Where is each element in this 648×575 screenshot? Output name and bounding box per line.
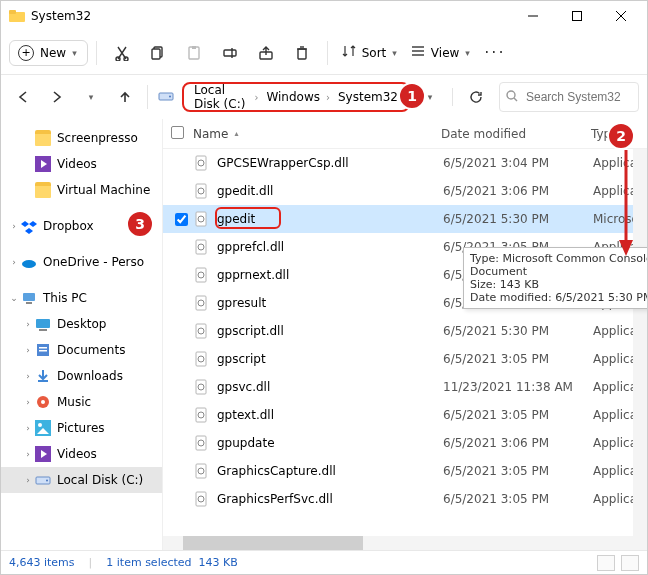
column-date[interactable]: Date modified [441,127,591,141]
tree-item[interactable]: ›Documents [1,337,162,363]
chevron-right-icon[interactable]: › [7,257,21,267]
chevron-down-icon: ▾ [392,48,397,58]
new-button[interactable]: + New ▾ [9,40,88,66]
breadcrumb-drive-icon [158,88,174,107]
new-label: New [40,46,66,60]
paste-button[interactable] [177,36,211,70]
minimize-button[interactable] [511,1,555,31]
file-date: 6/5/2021 3:05 PM [443,352,593,366]
breadcrumb[interactable]: Local Disk (C:)› Windows› System32 [182,82,410,112]
svg-point-30 [22,260,36,268]
thumbnails-view-button[interactable] [621,555,639,571]
file-row[interactable]: gpscript6/5/2021 3:05 PMApplica [163,345,647,373]
file-row[interactable]: gpscript.dll6/5/2021 5:30 PMApplica [163,317,647,345]
rename-button[interactable] [213,36,247,70]
file-icon [193,407,209,423]
delete-button[interactable] [285,36,319,70]
file-name: GraphicsPerfSvc.dll [217,492,443,506]
search-box[interactable] [499,82,639,112]
tree-item[interactable]: Screenpresso [1,125,162,151]
tree-item[interactable]: ›Downloads [1,363,162,389]
cut-button[interactable] [105,36,139,70]
close-button[interactable] [599,1,643,31]
tree-item-onedrive[interactable]: ›OneDrive - Perso [1,249,162,275]
file-row[interactable]: GPCSEWrapperCsp.dll6/5/2021 3:04 PMAppli… [163,149,647,177]
window-title: System32 [31,9,91,23]
tree-item[interactable]: ›Pictures [1,415,162,441]
tree-item[interactable]: Virtual Machine [1,177,162,203]
sort-icon [342,44,356,61]
view-button[interactable]: View ▾ [405,40,476,65]
file-date: 6/5/2021 3:05 PM [443,408,593,422]
svg-point-22 [169,95,171,97]
sort-label: Sort [362,46,387,60]
recent-locations-button[interactable]: ▾ [77,83,105,111]
file-row[interactable]: gpupdate6/5/2021 3:06 PMApplica [163,429,647,457]
tree-item[interactable]: Videos [1,151,162,177]
copy-button[interactable] [141,36,175,70]
svg-rect-34 [39,329,47,331]
horizontal-scrollbar[interactable] [163,536,647,550]
file-name: GraphicsCapture.dll [217,464,443,478]
svg-rect-32 [26,302,32,304]
chevron-down-icon[interactable]: ⌄ [7,293,21,303]
svg-rect-1 [9,10,16,14]
file-date: 11/23/2021 11:38 AM [443,380,593,394]
back-button[interactable] [9,83,37,111]
file-row[interactable]: GraphicsPerfSvc.dll6/5/2021 3:05 PMAppli… [163,485,647,513]
annotation-badge-3: 3 [126,210,154,238]
file-icon [193,491,209,507]
file-row[interactable]: gptext.dll6/5/2021 3:05 PMApplica [163,401,647,429]
tree-item[interactable]: ›Music [1,389,162,415]
file-name: gpedit [217,212,443,226]
row-checkbox[interactable] [175,213,188,226]
breadcrumb-item[interactable]: Windows› [262,90,334,104]
column-headers[interactable]: Name▴ Date modified Typ [163,119,647,149]
status-bar: 4,643 items | 1 item selected 143 KB [1,550,647,574]
file-name: gpsvc.dll [217,380,443,394]
breadcrumb-item[interactable]: System32 [334,90,402,104]
tree-item-thispc[interactable]: ⌄This PC [1,285,162,311]
tree-item-local-disk[interactable]: ›Local Disk (C:) [1,467,162,493]
tree-item[interactable]: ›Videos [1,441,162,467]
folder-icon [9,8,25,24]
svg-rect-3 [573,12,582,21]
chevron-right-icon[interactable]: › [7,221,21,231]
select-all-checkbox[interactable] [171,126,184,139]
share-button[interactable] [249,36,283,70]
svg-rect-33 [36,319,50,328]
file-name: GPCSEWrapperCsp.dll [217,156,443,170]
svg-point-23 [507,91,515,99]
file-list-pane: Name▴ Date modified Typ GPCSEWrapperCsp.… [163,119,647,550]
search-input[interactable] [524,89,632,105]
file-date: 6/5/2021 5:30 PM [443,212,593,226]
file-name: gptext.dll [217,408,443,422]
chevron-down-icon: ▾ [465,48,470,58]
file-icon [193,239,209,255]
breadcrumb-item[interactable]: Local Disk (C:)› [190,83,262,111]
file-icon [193,435,209,451]
file-name: gpprnext.dll [217,268,443,282]
file-date: 6/5/2021 3:06 PM [443,184,593,198]
details-view-button[interactable] [597,555,615,571]
titlebar: System32 [1,1,647,31]
more-button[interactable]: ··· [478,36,512,70]
file-row[interactable]: gpedit6/5/2021 5:30 PMMicroso [163,205,647,233]
svg-point-42 [38,423,42,427]
column-name[interactable]: Name▴ [193,127,441,141]
svg-marker-75 [619,240,633,256]
refresh-button[interactable] [461,82,491,112]
chevron-down-icon: ▾ [72,48,77,58]
sort-button[interactable]: Sort ▾ [336,40,403,65]
file-row[interactable]: gpsvc.dll11/23/2021 11:38 AMApplica [163,373,647,401]
navigation-tree[interactable]: Screenpresso Videos Virtual Machine ›Dro… [1,119,163,550]
forward-button[interactable] [43,83,71,111]
svg-rect-38 [38,380,48,382]
file-row[interactable]: GraphicsCapture.dll6/5/2021 3:05 PMAppli… [163,457,647,485]
file-rows[interactable]: GPCSEWrapperCsp.dll6/5/2021 3:04 PMAppli… [163,149,647,536]
up-button[interactable] [111,83,139,111]
tree-item[interactable]: ›Desktop [1,311,162,337]
file-row[interactable]: gpedit.dll6/5/2021 3:06 PMApplica [163,177,647,205]
maximize-button[interactable] [555,1,599,31]
svg-rect-36 [39,347,47,349]
